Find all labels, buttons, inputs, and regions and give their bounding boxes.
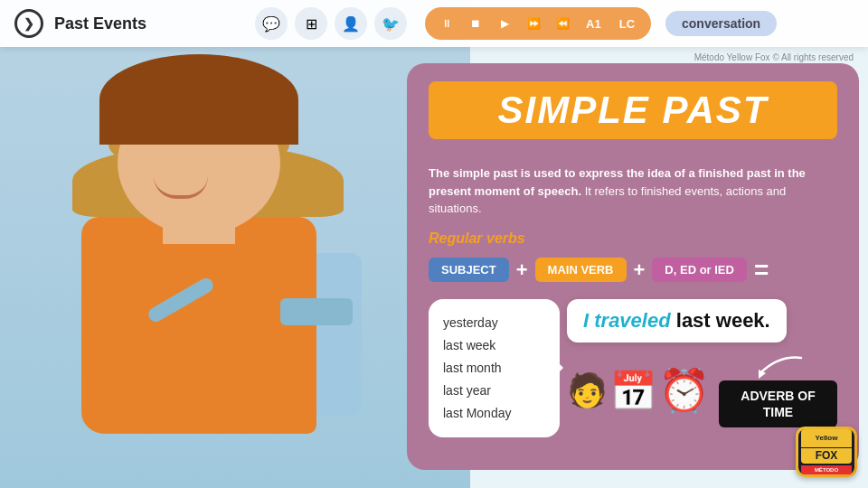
person-button[interactable]: 👤 <box>335 7 367 40</box>
twitter-button[interactable]: 🐦 <box>374 7 407 40</box>
photo-area <box>0 0 470 488</box>
example-sentence-box: I traveled last week. <box>567 299 787 343</box>
bottom-section: yesterday last week last month last year… <box>429 299 837 438</box>
plus-sign-2: + <box>634 258 646 282</box>
fast-forward-button[interactable]: ⏩ <box>521 11 546 36</box>
time-word-lastmonth: last month <box>443 357 545 380</box>
chat-button[interactable]: 💬 <box>255 7 288 40</box>
lesson-description: The simple past is used to express the i… <box>429 164 837 218</box>
copyright-text: Método Yellow Fox © All rights reserved <box>694 52 854 62</box>
mainverb-box: MAIN VERB <box>535 258 627 282</box>
hair <box>99 54 298 145</box>
time-words-bubble: yesterday last week last month last year… <box>429 299 560 438</box>
logo-yellow-text: Yellow <box>816 434 838 442</box>
lc-badge: LC <box>612 14 642 34</box>
character-icon: 🧑 <box>567 371 608 409</box>
plus-sign-1: + <box>516 258 528 282</box>
example-sentence: I traveled last week. <box>583 309 770 332</box>
equals-sign: = <box>754 256 769 285</box>
example-pronoun: I <box>583 309 589 332</box>
pause-button[interactable]: ⏸ <box>434 11 459 36</box>
play-button[interactable]: ▶ <box>492 11 517 36</box>
example-time: last week. <box>676 309 770 332</box>
logo-bottom-strip: MÉTODO <box>801 465 852 474</box>
logo-yellow-part: Yellow <box>801 429 852 447</box>
time-word-lastyear: last year <box>443 380 545 402</box>
grid-button[interactable]: ⊞ <box>295 7 327 40</box>
subject-box: SUBJECT <box>429 258 509 282</box>
adverb-section: ADVERB OF TIME <box>719 353 837 427</box>
conversation-button[interactable]: conversation <box>665 11 777 36</box>
page-title: Past Events <box>54 14 146 33</box>
calendar-icon: 📅 <box>609 369 656 413</box>
navigation-bar: ❯ Past Events 💬 ⊞ 👤 🐦 ⏸ ⏹ ▶ ⏩ ⏪ A1 LC co… <box>0 0 868 47</box>
rewind-button[interactable]: ⏪ <box>550 11 575 36</box>
level-badge: A1 <box>579 14 609 34</box>
regular-verbs-label: Regular verbs <box>429 230 837 247</box>
adverb-badge: ADVERB OF TIME <box>719 380 837 427</box>
logo-fox-text: FOX <box>816 449 838 462</box>
lesson-card: SIMPLE PAST The simple past is used to e… <box>407 63 859 470</box>
time-word-lastweek: last week <box>443 334 545 357</box>
time-word-lastmonday: last Monday <box>443 402 545 425</box>
adverb-text: ADVERB OF TIME <box>741 389 815 419</box>
lesson-title: SIMPLE PAST <box>429 81 837 139</box>
back-button[interactable]: ❯ <box>14 9 43 38</box>
logo-area: Yellow FOX MÉTODO <box>796 427 857 477</box>
example-area: I traveled last week. 🧑 📅 ⏰ <box>567 299 837 428</box>
shirt <box>81 217 316 434</box>
clock-icon: ⏰ <box>658 366 710 415</box>
illustration-row: 🧑 📅 ⏰ ADVERB OF TIME <box>567 353 837 427</box>
example-verb: traveled <box>594 309 670 332</box>
logo-method-text: MÉTODO <box>815 467 838 473</box>
backpack-strap <box>280 298 353 325</box>
arrow-svg <box>751 353 806 380</box>
chevron-icon: ❯ <box>24 16 34 31</box>
logo-fox-part: FOX <box>801 448 852 465</box>
ied-box: D, ED or IED <box>652 258 747 282</box>
playback-controls: ⏸ ⏹ ▶ ⏩ ⏪ A1 LC <box>425 7 651 40</box>
stop-button[interactable]: ⏹ <box>463 11 488 36</box>
logo-inner: Yellow FOX MÉTODO <box>798 429 854 474</box>
formula-row: SUBJECT + MAIN VERB + D, ED or IED = <box>429 256 837 285</box>
time-word-yesterday: yesterday <box>443 312 545 334</box>
nav-icon-group: 💬 ⊞ 👤 🐦 <box>255 7 407 40</box>
